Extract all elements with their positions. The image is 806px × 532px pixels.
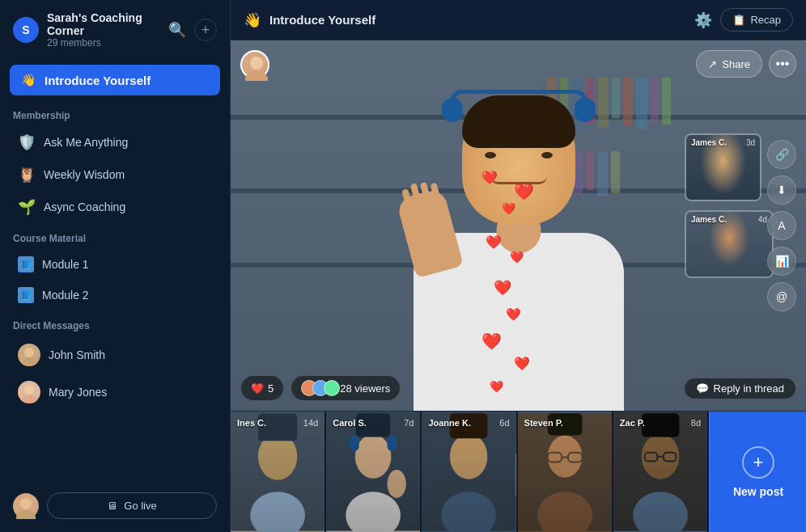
floating-thumb-1[interactable]: James C. 3d	[685, 133, 761, 201]
share-button[interactable]: ↗ Share	[696, 50, 762, 78]
sidebar-item-mary-jones[interactable]: Mary Jones	[5, 374, 225, 410]
viewers-badge[interactable]: 28 viewers	[291, 375, 401, 401]
course-section-label: Course Material	[0, 223, 230, 249]
overlay-1	[231, 412, 325, 532]
search-icon[interactable]: 🔍	[168, 21, 186, 39]
svg-point-4	[20, 498, 32, 509]
svg-point-5	[16, 510, 36, 519]
link-icon-button[interactable]: 🔗	[767, 140, 796, 169]
likes-badge[interactable]: ❤️ 5	[240, 375, 284, 401]
thumb-time-2: 4d	[758, 215, 767, 224]
sidebar-item-john-smith[interactable]: John Smith	[5, 337, 225, 373]
member-count: 29 members	[47, 37, 160, 49]
thumb-card-ines[interactable]: Ines C. 14d	[231, 412, 326, 532]
card-name-joanne: Joanne K.	[428, 418, 471, 428]
poster-avatar	[240, 50, 269, 79]
video-main: ❤️ ❤️ ❤️ ❤️ ❤️ ❤️ ❤️ ❤️ ❤️ ❤️ ↗ Share ••…	[231, 40, 806, 411]
card-time-carol: 7d	[404, 418, 414, 428]
text-icon-button[interactable]: A	[767, 211, 796, 240]
card-name-steven: Steven P.	[524, 418, 563, 428]
chart-icon-button[interactable]: 📊	[767, 247, 796, 276]
gear-icon[interactable]: ⚙️	[694, 11, 712, 29]
top-bar: 👋 Introduce Yourself ⚙️ 📋 Recap	[231, 0, 806, 40]
thumb-card-steven[interactable]: Steven P.	[518, 412, 613, 532]
thumb-card-zac[interactable]: Zac P. 8d	[613, 412, 709, 532]
sprout-emoji: 🌱	[18, 198, 36, 216]
thumb-name-2: James C.	[691, 215, 727, 224]
svg-point-6	[250, 57, 263, 70]
new-post-button[interactable]: + New post	[709, 412, 806, 532]
sidebar-footer: 🖥 Go live	[0, 483, 230, 532]
thumb-name-1: James C.	[691, 138, 727, 147]
main-content: 👋 Introduce Yourself ⚙️ 📋 Recap	[231, 0, 806, 532]
card-time-joanne: 6d	[499, 418, 509, 428]
download-icon-button[interactable]: ⬇	[767, 175, 796, 205]
card-name-zac: Zac P.	[620, 418, 645, 428]
card-time-zac: 8d	[691, 418, 701, 428]
sidebar-item-async-coaching[interactable]: 🌱 Async Coaching	[5, 192, 225, 222]
user-avatar	[13, 493, 39, 519]
overlay-4	[518, 412, 612, 532]
svg-point-7	[245, 71, 268, 81]
owl-emoji: 🦉	[18, 166, 36, 184]
community-info: Sarah's Coaching Corner 29 members	[47, 11, 160, 49]
thumb-inner-2: James C. 4d	[686, 212, 772, 277]
mary-avatar	[18, 381, 40, 403]
wave-icon: 👋	[21, 73, 36, 87]
thumb-inner-1: James C. 3d	[686, 135, 760, 200]
video-stats: ❤️ 5 28 viewers	[240, 375, 401, 401]
svg-point-3	[21, 395, 37, 403]
overlay-5	[613, 412, 707, 532]
new-button[interactable]: +	[194, 19, 217, 41]
viewer-avatar-3	[324, 380, 340, 396]
thumb-time-1: 3d	[746, 138, 755, 147]
viewer-avatars	[301, 380, 335, 396]
mention-icon-button[interactable]: @	[767, 282, 796, 311]
person-figure	[381, 71, 656, 411]
topbar-title: Introduce Yourself	[269, 13, 686, 27]
community-name: Sarah's Coaching Corner	[47, 11, 160, 37]
sidebar-item-introduce-yourself[interactable]: 👋 Introduce Yourself	[10, 65, 220, 95]
floating-thumb-2[interactable]: James C. 4d	[685, 210, 774, 278]
more-button[interactable]: •••	[769, 50, 796, 78]
heart-icon: ❤️	[251, 382, 264, 395]
module-icon: 📘	[18, 287, 34, 303]
poster-info	[240, 50, 269, 79]
module-icon: 📘	[18, 256, 34, 272]
topbar-wave-icon: 👋	[244, 11, 261, 29]
new-post-label: New post	[733, 485, 783, 498]
overlay-3	[422, 412, 515, 532]
thumb-card-joanne[interactable]: Joanne K. 6d	[422, 412, 517, 532]
dm-section-label: Direct Messages	[0, 310, 230, 336]
card-time-ines: 14d	[303, 418, 318, 428]
sidebar-item-weekly-wisdom[interactable]: 🦉 Weekly Wisdom	[5, 159, 225, 190]
sidebar-item-module1[interactable]: 📘 Module 1	[5, 250, 225, 279]
share-icon: ↗	[708, 58, 717, 70]
recap-button[interactable]: 📋 Recap	[720, 8, 793, 32]
bottom-strip: Ines C. 14d Carol S. 7d	[231, 411, 806, 532]
shield-emoji: 🛡️	[18, 133, 36, 151]
svg-point-0	[24, 348, 34, 357]
reply-icon: 💬	[696, 382, 709, 395]
new-post-plus-icon: +	[742, 446, 774, 479]
thumb-card-carol[interactable]: Carol S. 7d	[326, 412, 422, 532]
sidebar-item-module2[interactable]: 📘 Module 2	[5, 281, 225, 310]
sidebar: S Sarah's Coaching Corner 29 members 🔍 +…	[0, 0, 231, 532]
svg-point-2	[24, 385, 34, 395]
video-top-controls: ↗ Share •••	[696, 50, 796, 78]
card-name-ines: Ines C.	[237, 418, 266, 428]
membership-section-label: Membership	[0, 100, 230, 126]
screen-icon: 🖥	[107, 500, 117, 512]
go-live-button[interactable]: 🖥 Go live	[47, 492, 217, 519]
svg-point-1	[21, 358, 37, 366]
avatar: S	[13, 17, 39, 43]
card-name-carol: Carol S.	[333, 418, 367, 428]
reply-in-thread-button[interactable]: 💬 Reply in thread	[684, 378, 796, 399]
sidebar-header: S Sarah's Coaching Corner 29 members 🔍 +	[0, 0, 230, 60]
recap-icon: 📋	[732, 14, 745, 26]
sidebar-item-ask-me-anything[interactable]: 🛡️ Ask Me Anything	[5, 127, 225, 158]
video-bottom-bar: ❤️ 5 28 viewers 💬 Reply in thread	[240, 375, 796, 401]
right-actions: 🔗 ⬇ A 📊 @	[767, 140, 796, 311]
overlay-2	[326, 412, 420, 532]
john-avatar	[18, 344, 40, 366]
